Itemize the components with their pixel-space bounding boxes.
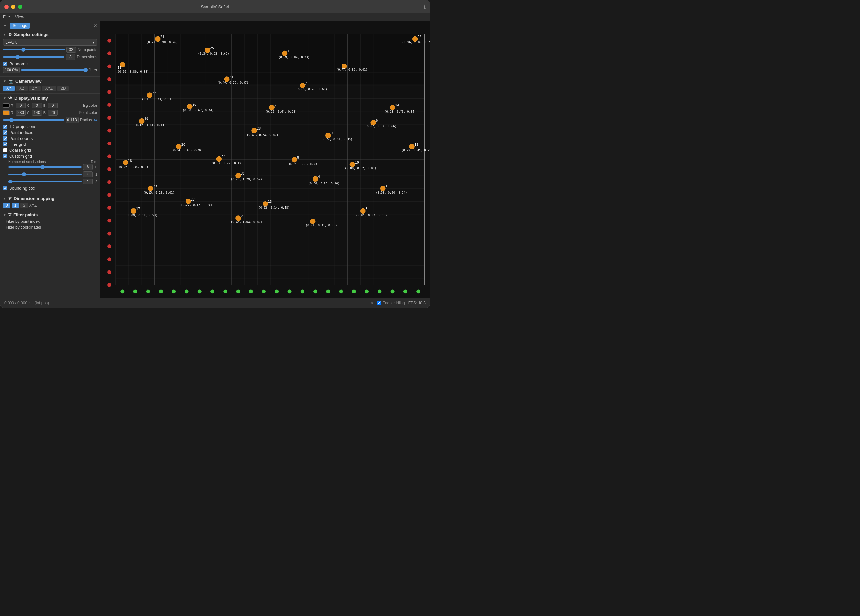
fine-grid-checkbox[interactable]: [3, 142, 7, 146]
display-header[interactable]: ▼ 👁 Display/visibility: [3, 96, 97, 100]
svg-text:28: 28: [257, 127, 261, 130]
maximize-button[interactable]: [18, 5, 22, 9]
subdiv-2-slider[interactable]: [8, 181, 82, 182]
cam-zy-button[interactable]: ZY: [29, 86, 40, 91]
dim-column-label: Dim: [91, 160, 97, 163]
subdiv-row-1: 4 1: [8, 171, 97, 177]
svg-point-44: [416, 289, 420, 293]
close-button[interactable]: [4, 5, 8, 9]
cam-2d-button[interactable]: 2D: [57, 86, 69, 91]
svg-point-12: [108, 180, 111, 184]
sampler-settings-label: Sampler settings: [14, 32, 49, 37]
point-indices-checkbox[interactable]: [3, 130, 7, 135]
dim-map-icon: ⇄: [8, 196, 12, 201]
minimize-button[interactable]: [11, 5, 16, 9]
point-coords-checkbox[interactable]: [3, 136, 7, 141]
svg-point-130: [147, 93, 152, 98]
menu-file[interactable]: File: [3, 14, 10, 19]
svg-point-21: [120, 289, 124, 293]
svg-text:(0.12, 0.61, 0.13): (0.12, 0.61, 0.13): [134, 124, 166, 127]
svg-text:10: 10: [355, 161, 359, 164]
tab-close-button[interactable]: ✕: [93, 23, 97, 28]
num-points-value[interactable]: 32: [66, 47, 76, 53]
pt-g-value[interactable]: 140: [32, 110, 42, 116]
bg-g-value[interactable]: 0: [32, 103, 42, 108]
sampler-settings-header[interactable]: ▼ ⚙ Sampler settings: [3, 32, 97, 37]
svg-point-187: [263, 202, 268, 207]
subdiv-1-value: 4: [83, 171, 93, 177]
filter-points-header[interactable]: ▼ ▽ Filter points: [3, 212, 97, 217]
dimension-mapping-label: Dimension mapping: [14, 196, 54, 201]
sidebar-tabs: ▼ Settings ✕: [0, 21, 100, 30]
dim-0-box[interactable]: 0: [3, 203, 11, 208]
dim-2-box[interactable]: 2: [20, 203, 28, 208]
svg-point-4: [108, 77, 111, 81]
jitter-slider[interactable]: [21, 69, 88, 71]
jitter-value[interactable]: 100.0%: [3, 67, 20, 73]
bg-r-value[interactable]: 0: [16, 103, 25, 108]
info-icon[interactable]: ℹ: [424, 4, 426, 10]
svg-point-43: [403, 289, 407, 293]
radius-link-icon[interactable]: ⇔: [93, 117, 97, 122]
dropdown-arrow-icon: ▼: [92, 41, 95, 44]
svg-text:(0.46, 0.04, 0.82): (0.46, 0.04, 0.82): [231, 221, 262, 224]
coarse-grid-row: Coarse grid: [3, 148, 97, 153]
pt-r-value[interactable]: 230: [16, 110, 25, 116]
camera-header[interactable]: ▼ 📷 Camera/view: [3, 78, 97, 83]
subdiv-1-slider[interactable]: [8, 174, 82, 175]
main-window: Samplin' Safari ℹ File View ▼ Settings ✕…: [0, 0, 430, 308]
tab-settings[interactable]: Settings: [9, 23, 30, 28]
radius-value[interactable]: 0.113: [66, 117, 78, 123]
bg-b-value[interactable]: 0: [48, 103, 58, 108]
randomize-checkbox[interactable]: [3, 61, 7, 66]
pt-g-label: G:: [27, 111, 31, 115]
dimension-mapping-header[interactable]: ▼ ⇄ Dimension mapping: [3, 196, 97, 201]
filter-coords-item[interactable]: Filter by coordinates: [6, 225, 97, 230]
dimensions-slider[interactable]: [3, 56, 64, 58]
svg-text:1: 1: [287, 50, 289, 53]
svg-text:(0.37, 0.42, 0.19): (0.37, 0.42, 0.19): [211, 161, 243, 165]
radius-label: Radius: [80, 118, 92, 122]
bounding-box-checkbox[interactable]: [3, 186, 7, 190]
svg-point-35: [301, 289, 304, 293]
dimensions-value[interactable]: 3: [66, 54, 75, 60]
sampler-settings-section: ▼ ⚙ Sampler settings LP-GK ▼ 32 Num poin…: [0, 30, 100, 77]
dim-1-box[interactable]: 1: [12, 203, 19, 208]
bg-g-label: G:: [27, 103, 31, 108]
svg-text:18: 18: [128, 159, 132, 163]
subdivisions-header-label: Number of subdivisions: [8, 160, 46, 163]
enable-idling-row: Enable idling: [377, 301, 405, 306]
enable-idling-checkbox[interactable]: [377, 301, 381, 305]
svg-point-3: [108, 64, 111, 69]
projections-checkbox[interactable]: [3, 124, 7, 129]
svg-point-15: [108, 219, 111, 223]
camera-label: Camera/view: [16, 78, 42, 83]
cam-xyz-button[interactable]: XYZ: [42, 86, 56, 91]
svg-text:26: 26: [192, 103, 196, 106]
cam-xz-button[interactable]: XZ: [16, 86, 28, 91]
svg-text:12: 12: [417, 35, 422, 39]
menu-view[interactable]: View: [15, 14, 24, 19]
visualization: 21 (0.21, 0.98, 0.26) 12 (0.96, 0.95, 0.…: [100, 21, 430, 298]
terminal-icon[interactable]: _>: [369, 301, 374, 306]
svg-text:12: 12: [414, 143, 418, 146]
cam-xy-button[interactable]: XY: [3, 86, 15, 91]
method-dropdown[interactable]: LP-GK ▼: [3, 39, 97, 45]
svg-text:15: 15: [385, 185, 389, 188]
pt-b-value[interactable]: 26: [48, 110, 58, 116]
subdivisions-section: Number of subdivisions Dim 8 0 4 1: [3, 160, 97, 185]
pt-color-swatch[interactable]: [3, 110, 9, 115]
subdiv-2-value: 1: [83, 179, 93, 185]
custom-grid-checkbox[interactable]: [3, 154, 7, 158]
fine-grid-label: Fine grid: [9, 142, 26, 147]
radius-slider[interactable]: [3, 119, 64, 121]
menubar: File View: [0, 13, 430, 21]
num-points-slider[interactable]: [3, 49, 65, 50]
bg-color-swatch[interactable]: [3, 103, 9, 108]
svg-text:11: 11: [347, 62, 351, 66]
subdiv-0-slider[interactable]: [8, 166, 82, 168]
svg-point-22: [133, 289, 137, 293]
filter-icon: ▼: [3, 23, 7, 28]
filter-index-item[interactable]: Filter by point index: [6, 219, 97, 224]
coarse-grid-checkbox[interactable]: [3, 148, 7, 152]
